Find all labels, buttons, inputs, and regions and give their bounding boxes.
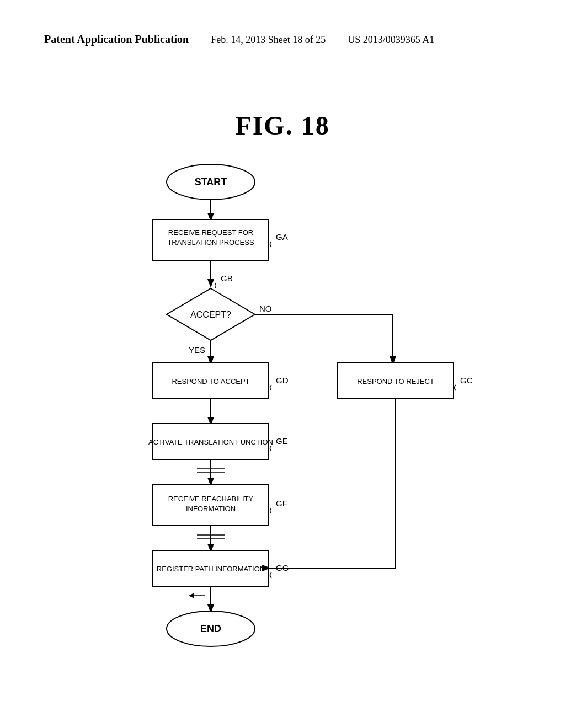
patent-label: Patent Application Publication: [44, 33, 189, 46]
page-header: Patent Application Publication Feb. 14, …: [0, 33, 565, 46]
gc-text: RESPOND TO REJECT: [357, 377, 434, 386]
gd-label: GD: [276, 376, 289, 385]
no-label: NO: [259, 304, 272, 313]
flowchart-container: START RECEIVE REQUEST FOR TRANSLATION PR…: [0, 154, 565, 728]
gg-text: REGISTER PATH INFORMATION: [157, 565, 265, 573]
gb-label: GB: [221, 274, 233, 283]
end-label: END: [200, 623, 221, 634]
ga-text-line2: TRANSLATION PROCESS: [167, 238, 254, 247]
gc-label: GC: [460, 376, 473, 385]
yes-label: YES: [189, 345, 205, 355]
header-date: Feb. 14, 2013 Sheet 18 of 25: [211, 34, 326, 46]
ge-label: GE: [276, 436, 288, 446]
gf-text-line1: RECEIVE REACHABILITY: [168, 495, 254, 503]
accept-diamond-text: ACCEPT?: [190, 310, 231, 319]
gf-label: GF: [276, 499, 287, 508]
ga-text-line1: RECEIVE REQUEST FOR: [168, 228, 253, 237]
gd-text: RESPOND TO ACCEPT: [172, 377, 249, 386]
ge-text: ACTIVATE TRANSLATION FUNCTION: [148, 438, 273, 446]
figure-title: FIG. 18: [0, 110, 565, 141]
gf-text-line2: INFORMATION: [186, 505, 236, 513]
svg-marker-24: [189, 593, 194, 598]
header-patent-num: US 2013/0039365 A1: [348, 34, 434, 46]
start-label: START: [195, 176, 227, 188]
ga-label: GA: [276, 232, 288, 242]
